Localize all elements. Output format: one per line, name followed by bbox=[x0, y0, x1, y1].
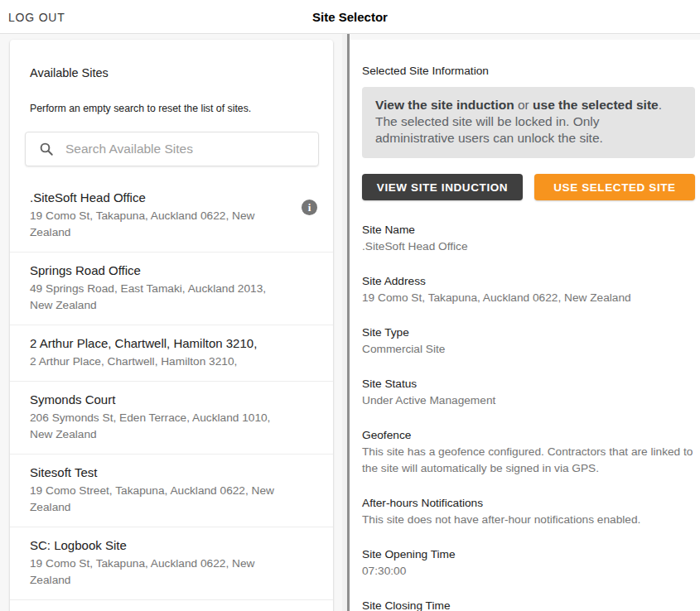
field-value: Commercial Site bbox=[362, 341, 693, 358]
field-after-hours-notifications: After-hours Notifications This site does… bbox=[362, 495, 693, 528]
site-search-box[interactable] bbox=[25, 132, 319, 166]
view-site-induction-button[interactable]: VIEW SITE INDUCTION bbox=[362, 174, 523, 200]
field-label: Geofence bbox=[362, 427, 693, 443]
site-address: 206 Symonds St, Eden Terrace, Auckland 1… bbox=[30, 410, 287, 443]
list-item-site[interactable]: Sitesoft Test 19 Como Street, Takapuna, … bbox=[10, 455, 333, 527]
page-title: Site Selector bbox=[0, 10, 700, 24]
list-item-site[interactable]: SC: Logbook Site 19 Como St, Takapuna, A… bbox=[10, 527, 333, 600]
list-item-site[interactable]: 2 Arthur Place, Chartwell, Hamilton 3210… bbox=[10, 325, 333, 382]
field-value: This site does not have after-hour notif… bbox=[362, 512, 693, 528]
field-label: Site Type bbox=[362, 325, 693, 340]
list-item-site[interactable]: Quinn (10 Peakedale Drive) 10 Peakedale … bbox=[10, 600, 333, 611]
field-label: Site Opening Time bbox=[362, 546, 693, 562]
list-item-site[interactable]: .SiteSoft Head Office 19 Como St, Takapu… bbox=[10, 180, 333, 253]
field-value: Under Active Management bbox=[362, 392, 693, 409]
field-value: This site has a geofence configured. Con… bbox=[362, 444, 693, 477]
field-site-address: Site Address 19 Como St, Takapuna, Auckl… bbox=[362, 273, 693, 306]
field-site-name: Site Name .SiteSoft Head Office bbox=[362, 222, 693, 255]
field-label: Site Name bbox=[362, 222, 693, 238]
site-address: 19 Como Street, Takapuna, Auckland 0622,… bbox=[30, 483, 287, 516]
site-name: Symonds Court bbox=[30, 391, 287, 409]
list-item-site[interactable]: Springs Road Office 49 Springs Road, Eas… bbox=[10, 253, 333, 325]
field-value: .SiteSoft Head Office bbox=[362, 238, 693, 255]
available-sites-panel: Available Sites Perform an empty search … bbox=[10, 40, 333, 611]
field-value: 19 Como St, Takapuna, Auckland 0622, New… bbox=[362, 290, 693, 306]
site-name: SC: Logbook Site bbox=[30, 536, 287, 555]
field-label: Site Address bbox=[362, 273, 693, 289]
field-site-type: Site Type Commercial Site bbox=[362, 325, 693, 358]
use-selected-site-button[interactable]: USE SELECTED SITE bbox=[534, 174, 695, 200]
field-label: Site Status bbox=[362, 376, 693, 392]
top-app-bar: LOG OUT Site Selector bbox=[0, 0, 700, 34]
search-hint-text: Perform an empty search to reset the lis… bbox=[30, 103, 313, 114]
site-list: .SiteSoft Head Office 19 Como St, Takapu… bbox=[10, 180, 333, 611]
search-input[interactable] bbox=[65, 132, 318, 166]
field-site-status: Site Status Under Active Management bbox=[362, 376, 693, 409]
field-label: Site Closing Time bbox=[362, 598, 693, 611]
field-label: After-hours Notifications bbox=[362, 495, 693, 511]
selected-site-panel: Selected Site Information View the site … bbox=[350, 40, 700, 611]
notice-bold-induction: View the site induction bbox=[375, 98, 514, 112]
list-item-site[interactable]: Symonds Court 206 Symonds St, Eden Terra… bbox=[10, 382, 333, 455]
available-sites-heading: Available Sites bbox=[30, 66, 313, 79]
site-address: 2 Arthur Place, Chartwell, Hamilton 3210… bbox=[30, 354, 287, 370]
notice-bold-use-site: use the selected site bbox=[533, 98, 659, 112]
field-value: 07:30:00 bbox=[362, 563, 693, 580]
site-address: 19 Como St, Takapuna, Auckland 0622, New… bbox=[30, 208, 287, 241]
site-name: Sitesoft Test bbox=[30, 464, 287, 482]
action-buttons-row: VIEW SITE INDUCTION USE SELECTED SITE bbox=[362, 174, 695, 200]
info-icon[interactable]: i bbox=[302, 200, 317, 215]
field-site-closing-time: Site Closing Time 18:30:00 bbox=[362, 598, 693, 611]
search-icon bbox=[39, 142, 54, 156]
vertical-scrollbar[interactable] bbox=[342, 34, 350, 611]
site-details: Site Name .SiteSoft Head Office Site Add… bbox=[362, 222, 695, 611]
site-name: 2 Arthur Place, Chartwell, Hamilton 3210… bbox=[30, 334, 287, 353]
site-address: 19 Como St, Takapuna, Auckland 0622, New… bbox=[30, 556, 287, 589]
lock-in-notice: View the site induction or use the selec… bbox=[362, 87, 695, 158]
field-site-opening-time: Site Opening Time 07:30:00 bbox=[362, 546, 693, 580]
site-name: Springs Road Office bbox=[30, 262, 287, 280]
field-geofence: Geofence This site has a geofence config… bbox=[362, 427, 693, 477]
site-name: .SiteSoft Head Office bbox=[30, 189, 287, 207]
selected-site-heading: Selected Site Information bbox=[362, 65, 695, 77]
site-address: 49 Springs Road, East Tamaki, Auckland 2… bbox=[30, 281, 287, 314]
notice-separator: or bbox=[514, 98, 533, 112]
